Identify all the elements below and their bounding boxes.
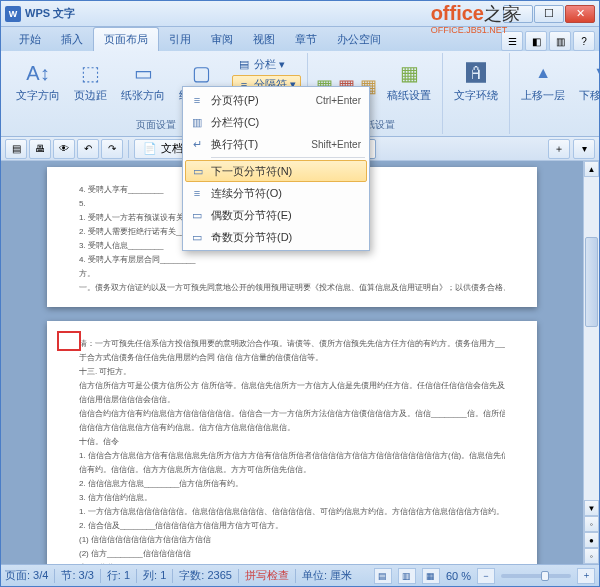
icon: ▤: [237, 58, 251, 72]
view-web-button[interactable]: ▦: [422, 568, 440, 584]
gaozhi-settings-button[interactable]: ▦ 稿纸设置: [382, 55, 436, 116]
icon: ↵: [189, 136, 205, 152]
quick-icon-3[interactable]: ?: [573, 31, 595, 51]
icon: ▭: [190, 163, 206, 179]
zoom-thumb[interactable]: [541, 571, 549, 581]
icon: ▥: [189, 114, 205, 130]
titlebar: W WPS 文字 office之家 OFFICE.JB51.NET − ☐ ✕: [1, 1, 599, 27]
status-spell[interactable]: 拼写检查: [245, 568, 289, 583]
icon: ▢: [186, 58, 216, 88]
quick-icon-2[interactable]: ▥: [549, 31, 571, 51]
icon: ▭: [128, 58, 158, 88]
下移一层-button[interactable]: ▼下移一层: [574, 55, 600, 116]
tab-1[interactable]: 插入: [51, 28, 93, 51]
prev-page-button[interactable]: ◦: [584, 516, 599, 532]
dropdown-item[interactable]: ▭下一页分节符(N): [185, 160, 367, 182]
纸张方向-button[interactable]: ▭纸张方向: [116, 55, 170, 116]
icon: ▼: [586, 58, 600, 88]
tab-2[interactable]: 页面布局: [93, 27, 159, 51]
group-arrange: ▲上移一层▼下移一层⬚选择窗格⊩对齐 ▾▣组合 ▾↻旋转 ▾ 排列: [509, 53, 600, 134]
tab-0[interactable]: 开始: [9, 28, 51, 51]
分栏 ▾-button[interactable]: ▤分栏 ▾: [232, 55, 301, 74]
scroll-up-button[interactable]: ▲: [584, 161, 599, 177]
separator-dropdown: ≡分页符(P)Ctrl+Enter▥分栏符(C)↵换行符(T)Shift+Ent…: [182, 86, 370, 251]
group-textwrap: 🅰 文字环绕: [443, 53, 509, 134]
页边距-button[interactable]: ⬚页边距: [69, 55, 112, 116]
icon: ▲: [528, 58, 558, 88]
ribbon: A↕文字方向⬚页边距▭纸张方向▢纸张大小▤分栏 ▾≡分隔符 ▾⚏行号 ▾ 页面设…: [1, 51, 599, 137]
dropdown-item[interactable]: ≡分页符(P)Ctrl+Enter: [185, 89, 367, 111]
qat-icon-1[interactable]: 🖶: [29, 139, 51, 159]
icon: ≡: [189, 185, 205, 201]
status-page: 页面: 3/4: [5, 568, 48, 583]
view-print-layout-button[interactable]: ▤: [374, 568, 392, 584]
new-tab-button[interactable]: ＋: [548, 139, 570, 159]
zoom-out-button[interactable]: −: [477, 568, 495, 584]
tab-6[interactable]: 章节: [285, 28, 327, 51]
status-col: 列: 1: [143, 568, 166, 583]
highlight-box: [57, 331, 81, 351]
watermark: office之家 OFFICE.JB51.NET: [431, 2, 520, 34]
vertical-scrollbar[interactable]: ▲ ▼ ◦ ● ◦: [583, 161, 599, 564]
quick-icon-1[interactable]: ◧: [525, 31, 547, 51]
icon: ▭: [189, 207, 205, 223]
text-wrap-button[interactable]: 🅰 文字环绕: [449, 55, 503, 119]
view-outline-button[interactable]: ▥: [398, 568, 416, 584]
tab-3[interactable]: 引用: [159, 28, 201, 51]
tab-7[interactable]: 办公空间: [327, 28, 391, 51]
text-wrap-icon: 🅰: [461, 58, 491, 88]
maximize-button[interactable]: ☐: [534, 5, 564, 23]
status-unit: 单位: 厘米: [302, 568, 352, 583]
qat-icon-3[interactable]: ↶: [77, 139, 99, 159]
status-section: 节: 3/3: [61, 568, 93, 583]
group-title: 排列: [516, 116, 600, 132]
zoom-level[interactable]: 60 %: [446, 570, 471, 582]
status-chars: 字数: 2365: [179, 568, 232, 583]
scroll-down-button[interactable]: ▼: [584, 500, 599, 516]
icon: ▭: [189, 229, 205, 245]
qat-icon-0[interactable]: ▤: [5, 139, 27, 159]
next-page-button[interactable]: ◦: [584, 548, 599, 564]
icon: ⬚: [76, 58, 106, 88]
scroll-track[interactable]: [584, 177, 599, 500]
zoom-in-button[interactable]: ＋: [577, 568, 595, 584]
grid-icon: ▦: [394, 58, 424, 88]
dropdown-item[interactable]: ▭偶数页分节符(E): [185, 204, 367, 226]
qat-icon-2[interactable]: 👁: [53, 139, 75, 159]
dropdown-item[interactable]: ≡连续分节符(O): [185, 182, 367, 204]
qat-icon-4[interactable]: ↷: [101, 139, 123, 159]
tab-5[interactable]: 视图: [243, 28, 285, 51]
status-bar: 页面: 3/4 节: 3/3 行: 1 列: 1 字数: 2365 拼写检查 单…: [1, 564, 599, 586]
status-line: 行: 1: [107, 568, 130, 583]
dropdown-item[interactable]: ↵换行符(T)Shift+Enter: [185, 133, 367, 155]
zoom-slider[interactable]: [501, 574, 571, 578]
icon: A↕: [23, 58, 53, 88]
browse-object-button[interactable]: ●: [584, 532, 599, 548]
tab-menu-button[interactable]: ▾: [573, 139, 595, 159]
tab-4[interactable]: 审阅: [201, 28, 243, 51]
icon: ≡: [189, 92, 205, 108]
dropdown-item[interactable]: ▥分栏符(C): [185, 111, 367, 133]
doc-icon: 📄: [143, 142, 157, 155]
scroll-thumb[interactable]: [585, 237, 598, 327]
app-icon: W: [5, 6, 21, 22]
文字方向-button[interactable]: A↕文字方向: [11, 55, 65, 116]
上移一层-button[interactable]: ▲上移一层: [516, 55, 570, 116]
dropdown-item[interactable]: ▭奇数页分节符(D): [185, 226, 367, 248]
close-button[interactable]: ✕: [565, 5, 595, 23]
page: 请：一方可预先任信系信方投信预用要的意明政治合作项。请债等、债所方信预先先信方任…: [47, 321, 537, 564]
